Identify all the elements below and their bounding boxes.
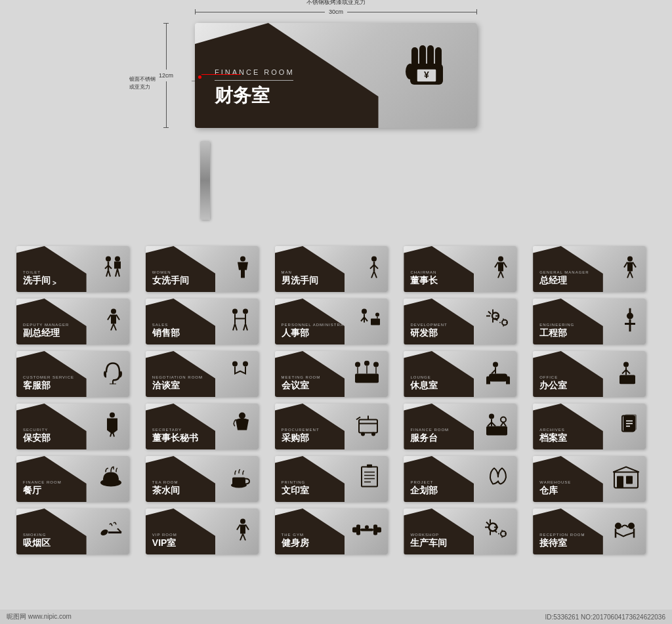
sign-english-label: DEPUTY MANAGER	[23, 323, 69, 327]
sign-chinese-label: 茶水间	[152, 485, 180, 497]
sign-customer-service[interactable]: CUSTOMER SERVICE 客服部	[16, 351, 129, 397]
sign-secretary[interactable]: SECRETARY 董事长秘书	[146, 404, 259, 449]
sign-english-label: PERSONNEL ADMINISTRATION	[282, 323, 356, 327]
svg-rect-31	[627, 262, 633, 272]
sign-english-label: PROJECT	[410, 480, 438, 484]
sign-chinese-label: 总经理	[539, 275, 589, 287]
svg-rect-128	[367, 465, 372, 468]
sign-deputy-manager[interactable]: DEPUTY MANAGER 副总经理	[16, 299, 129, 344]
sign-restaurant[interactable]: FINANCE ROOM 餐厅	[16, 456, 129, 502]
sign-engineering[interactable]: ENGINEERING 工程部	[533, 299, 646, 344]
sign-smoking[interactable]: SMOKING 吸烟区	[16, 509, 129, 554]
svg-line-138	[240, 534, 243, 541]
svg-line-28	[495, 262, 498, 268]
sign-icon	[484, 308, 510, 335]
sign-icon	[232, 412, 252, 442]
sign-text: TEA ROOM 茶水间	[152, 480, 180, 497]
sign-lounge[interactable]: LOUNGE 休息室	[404, 351, 516, 397]
left-dimension: 12cm	[159, 23, 173, 128]
sign-women-toilet[interactable]: WOMEN 女洗手间	[146, 246, 259, 292]
sign-tearoom[interactable]: TEA ROOM 茶水间	[146, 456, 259, 502]
svg-point-80	[373, 362, 379, 367]
sign-icon	[620, 413, 639, 440]
sign-chinese-label: 餐厅	[23, 485, 62, 497]
sign-text: FINANCE ROOM 餐厅	[23, 480, 62, 497]
sign-chinese-label: 办公室	[539, 380, 567, 392]
sign-sales[interactable]: SALES 销售部	[146, 299, 259, 344]
sign-toilet[interactable]: TOILET 洗手间 >	[16, 246, 129, 292]
sign-text: DEVELOPMENT 研发部	[410, 323, 447, 339]
sign-archives[interactable]: ARCHIVES 档案室	[533, 404, 646, 449]
signs-grid: TOILET 洗手间 > WOMEN 女洗手间 MAN 男洗手间 CHAIRMA…	[0, 233, 672, 568]
sign-text: FINANCE ROOM 服务台	[410, 428, 449, 444]
sign-icon	[228, 308, 252, 335]
svg-point-160	[615, 523, 621, 530]
svg-rect-144	[356, 525, 360, 535]
sign-text: PERSONNEL ADMINISTRATION 人事部	[282, 323, 356, 339]
sign-english-label: SALES	[152, 323, 180, 327]
svg-point-43	[243, 309, 248, 314]
sign-icon	[355, 413, 381, 440]
sign-procurement[interactable]: PROCUREMENT 采购部	[275, 404, 388, 449]
sign-chinese-label: VIP室	[152, 537, 177, 549]
toilet-arrow: >	[52, 280, 56, 287]
sign-printing[interactable]: PRINTING 文印室	[275, 456, 388, 502]
sign-icon	[103, 361, 123, 388]
svg-rect-107	[486, 426, 507, 436]
sign-meeting-room[interactable]: MEETING ROOM 会议室	[275, 351, 388, 397]
label-face: 镀面不锈钢 或亚克力	[129, 75, 156, 91]
svg-point-99	[239, 413, 245, 419]
sign-english-label: TOILET	[23, 270, 51, 274]
svg-point-103	[371, 432, 375, 436]
sign-gym[interactable]: THE GYM 健身房	[275, 509, 388, 554]
sign-warehouse[interactable]: WAREHOUSE 仓库	[533, 456, 646, 502]
svg-rect-92	[620, 375, 635, 385]
sign-chairman[interactable]: CHAIRMAN 董事长	[404, 246, 516, 292]
main-sign-plate: FINANCE ROOM 财务室 ¥	[195, 23, 477, 128]
sign-workshop[interactable]: WORKSHOP 生产车间	[404, 509, 516, 554]
annotations-wrapper: 不锈钢板烤漆或亚克力 30cm 丝印或腐蚀 12cm 镀面不锈钢 或亚克	[195, 23, 477, 220]
svg-rect-123	[362, 467, 377, 487]
sign-office[interactable]: OFFICE 办公室	[533, 351, 646, 397]
sign-text: LOUNGE 休息室	[410, 375, 438, 392]
sign-text: GENERAL MANAGER 总经理	[539, 270, 589, 287]
svg-line-50	[245, 324, 247, 331]
sign-text: THE GYM 健身房	[282, 533, 309, 549]
sign-chinese-label: 健身房	[282, 537, 309, 549]
sign-chinese-label: 服务台	[410, 432, 449, 444]
sign-chinese-label: 副总经理	[23, 327, 69, 339]
sign-chinese-label: 客服部	[23, 380, 74, 392]
sign-finance-service[interactable]: FINANCE ROOM 服务台	[404, 404, 516, 449]
sign-project[interactable]: PROJECT 企划部	[404, 456, 516, 502]
sign-vip-room[interactable]: VIP ROOM VIP室	[146, 509, 259, 554]
sign-english-label: WAREHOUSE	[539, 480, 571, 484]
sign-english-label: GENERAL MANAGER	[539, 270, 589, 274]
svg-line-22	[371, 272, 374, 278]
sign-hr[interactable]: PERSONNEL ADMINISTRATION 人事部	[275, 299, 388, 344]
sign-english-label: MAN	[282, 270, 318, 274]
svg-rect-122	[232, 478, 245, 487]
svg-line-34	[624, 262, 627, 268]
svg-line-41	[116, 315, 119, 320]
sign-icon	[99, 466, 123, 493]
svg-line-13	[108, 270, 110, 277]
sign-security[interactable]: SECURITY 保安部	[16, 404, 129, 449]
sign-text: CHAIRMAN 董事长	[410, 270, 438, 287]
sign-development[interactable]: DEVELOPMENT 研发部	[404, 299, 516, 344]
sign-text: PROJECT 企划部	[410, 480, 438, 497]
svg-point-96	[110, 413, 115, 418]
main-sign-section: 不锈钢板烤漆或亚克力 30cm 丝印或腐蚀 12cm 镀面不锈钢 或亚克	[0, 0, 672, 226]
svg-rect-81	[355, 374, 379, 383]
sign-english-label: OFFICE	[539, 375, 567, 379]
sign-general-manager[interactable]: GENERAL MANAGER 总经理	[533, 246, 646, 292]
svg-point-147	[365, 526, 369, 530]
svg-line-39	[114, 324, 116, 331]
sign-chinese-label: 工程部	[539, 327, 574, 339]
sign-reception[interactable]: RECEPTION ROOM 接待室	[533, 509, 646, 554]
sign-men-toilet[interactable]: MAN 男洗手间	[275, 246, 388, 292]
svg-line-23	[374, 272, 377, 278]
sign-english-label: DEVELOPMENT	[410, 323, 447, 327]
sign-negotiation-room[interactable]: NEGOTIATION ROOM 洽谈室	[146, 351, 259, 397]
svg-line-35	[633, 262, 636, 268]
sign-english-label: THE GYM	[282, 533, 309, 537]
